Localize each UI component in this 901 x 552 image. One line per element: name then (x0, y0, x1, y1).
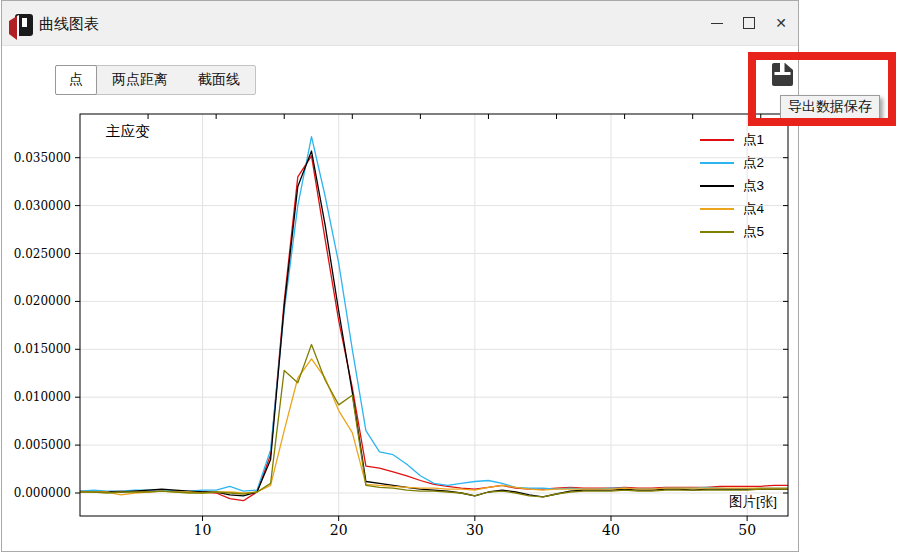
series-点4 (80, 359, 788, 495)
svg-text:50: 50 (738, 522, 756, 538)
svg-text:0.005000: 0.005000 (14, 438, 71, 452)
svg-text:0.010000: 0.010000 (14, 390, 71, 404)
svg-text:30: 30 (466, 522, 484, 538)
svg-text:0.015000: 0.015000 (14, 342, 71, 356)
annotation-highlight-rectangle (748, 52, 896, 126)
axes (75, 114, 788, 521)
svg-text:0.020000: 0.020000 (14, 294, 71, 308)
svg-text:0.000000: 0.000000 (14, 486, 71, 500)
chart-canvas: 0.0000000.0050000.0100000.0150000.020000… (2, 1, 798, 551)
svg-text:10: 10 (194, 522, 212, 538)
x-axis-labels: 1020304050 (194, 522, 756, 538)
y-axis-labels: 0.0000000.0050000.0100000.0150000.020000… (14, 151, 71, 500)
series-点1 (80, 156, 788, 501)
svg-text:0.035000: 0.035000 (14, 151, 71, 165)
data-series (80, 137, 788, 501)
screenshot-stage: 曲线图表 ✕ 点 两点距离 截面线 0.0000000.0050000.0100… (0, 0, 901, 552)
svg-text:0.025000: 0.025000 (14, 247, 71, 261)
svg-text:0.030000: 0.030000 (14, 199, 71, 213)
series-点5 (80, 345, 788, 497)
app-window: 曲线图表 ✕ 点 两点距离 截面线 0.0000000.0050000.0100… (1, 0, 799, 552)
svg-text:40: 40 (602, 522, 620, 538)
svg-text:20: 20 (330, 522, 348, 538)
series-点2 (80, 137, 788, 492)
gridlines (80, 114, 788, 516)
